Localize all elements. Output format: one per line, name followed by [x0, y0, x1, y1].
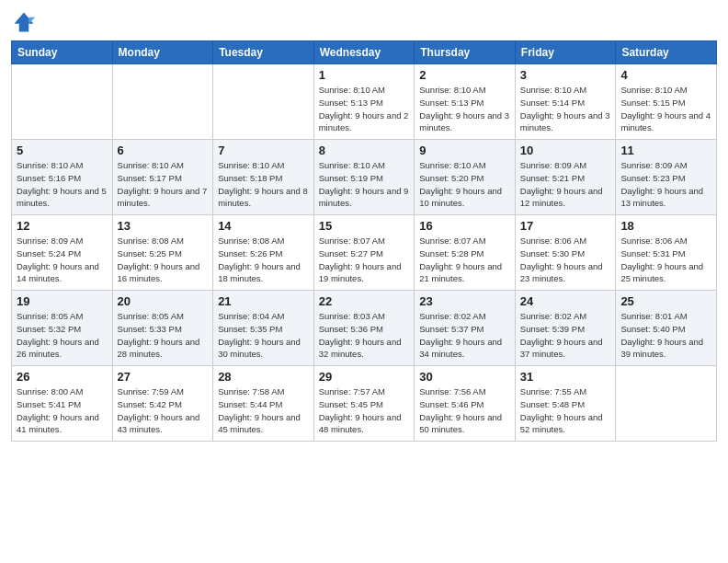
day-number: 9 — [419, 144, 510, 157]
calendar-day-cell: 17Sunrise: 8:06 AM Sunset: 5:30 PM Dayli… — [515, 215, 616, 291]
day-info: Sunrise: 8:07 AM Sunset: 5:28 PM Dayligh… — [419, 235, 510, 285]
calendar-day-cell: 15Sunrise: 8:07 AM Sunset: 5:27 PM Dayli… — [313, 215, 415, 291]
weekday-header: Saturday — [616, 41, 717, 64]
logo — [11, 9, 40, 35]
day-number: 27 — [118, 370, 209, 384]
calendar: SundayMondayTuesdayWednesdayThursdayFrid… — [11, 40, 717, 442]
calendar-day-cell: 6Sunrise: 8:10 AM Sunset: 5:17 PM Daylig… — [112, 140, 213, 215]
calendar-day-cell: 4Sunrise: 8:10 AM Sunset: 5:15 PM Daylig… — [616, 64, 717, 140]
day-number: 17 — [520, 219, 611, 233]
day-number: 14 — [218, 219, 309, 233]
calendar-day-cell — [12, 64, 113, 140]
day-number: 15 — [319, 219, 410, 233]
day-info: Sunrise: 8:02 AM Sunset: 5:39 PM Dayligh… — [520, 310, 611, 361]
day-info: Sunrise: 8:09 AM Sunset: 5:21 PM Dayligh… — [520, 159, 611, 210]
calendar-day-cell: 24Sunrise: 8:02 AM Sunset: 5:39 PM Dayli… — [515, 291, 616, 366]
weekday-header: Friday — [515, 41, 616, 64]
calendar-week-row: 1Sunrise: 8:10 AM Sunset: 5:13 PM Daylig… — [12, 64, 717, 140]
calendar-day-cell: 19Sunrise: 8:05 AM Sunset: 5:32 PM Dayli… — [12, 291, 113, 366]
main-container: SundayMondayTuesdayWednesdayThursdayFrid… — [0, 0, 728, 449]
day-info: Sunrise: 8:07 AM Sunset: 5:27 PM Dayligh… — [319, 235, 410, 285]
weekday-header: Thursday — [415, 41, 516, 64]
day-number: 25 — [620, 294, 711, 308]
calendar-day-cell: 31Sunrise: 7:55 AM Sunset: 5:48 PM Dayli… — [515, 366, 616, 442]
calendar-day-cell: 28Sunrise: 7:58 AM Sunset: 5:44 PM Dayli… — [213, 366, 314, 442]
day-info: Sunrise: 8:10 AM Sunset: 5:16 PM Dayligh… — [17, 159, 108, 210]
calendar-day-cell — [616, 366, 717, 442]
day-info: Sunrise: 8:06 AM Sunset: 5:30 PM Dayligh… — [520, 235, 611, 285]
calendar-day-cell: 23Sunrise: 8:02 AM Sunset: 5:37 PM Dayli… — [415, 291, 516, 366]
calendar-day-cell: 16Sunrise: 8:07 AM Sunset: 5:28 PM Dayli… — [415, 215, 516, 291]
calendar-day-cell: 10Sunrise: 8:09 AM Sunset: 5:21 PM Dayli… — [515, 140, 616, 215]
day-info: Sunrise: 8:03 AM Sunset: 5:36 PM Dayligh… — [319, 310, 410, 361]
day-info: Sunrise: 8:04 AM Sunset: 5:35 PM Dayligh… — [218, 310, 309, 361]
day-info: Sunrise: 8:08 AM Sunset: 5:25 PM Dayligh… — [118, 235, 209, 285]
day-info: Sunrise: 8:10 AM Sunset: 5:14 PM Dayligh… — [520, 84, 611, 134]
calendar-week-row: 5Sunrise: 8:10 AM Sunset: 5:16 PM Daylig… — [12, 140, 717, 215]
calendar-day-cell: 5Sunrise: 8:10 AM Sunset: 5:16 PM Daylig… — [12, 140, 113, 215]
day-info: Sunrise: 8:10 AM Sunset: 5:17 PM Dayligh… — [118, 159, 209, 210]
day-number: 7 — [218, 144, 309, 157]
calendar-day-cell: 11Sunrise: 8:09 AM Sunset: 5:23 PM Dayli… — [616, 140, 717, 215]
day-number: 10 — [520, 144, 611, 157]
logo-icon — [11, 9, 37, 35]
day-info: Sunrise: 7:55 AM Sunset: 5:48 PM Dayligh… — [520, 385, 611, 436]
day-info: Sunrise: 8:08 AM Sunset: 5:26 PM Dayligh… — [218, 235, 309, 285]
calendar-week-row: 26Sunrise: 8:00 AM Sunset: 5:41 PM Dayli… — [12, 366, 717, 442]
day-info: Sunrise: 8:10 AM Sunset: 5:13 PM Dayligh… — [419, 84, 510, 134]
calendar-day-cell: 25Sunrise: 8:01 AM Sunset: 5:40 PM Dayli… — [616, 291, 717, 366]
day-number: 13 — [118, 219, 209, 233]
day-info: Sunrise: 8:10 AM Sunset: 5:18 PM Dayligh… — [218, 159, 309, 210]
day-info: Sunrise: 7:59 AM Sunset: 5:42 PM Dayligh… — [118, 385, 209, 436]
day-info: Sunrise: 7:57 AM Sunset: 5:45 PM Dayligh… — [319, 385, 410, 436]
day-info: Sunrise: 8:05 AM Sunset: 5:33 PM Dayligh… — [118, 310, 209, 361]
calendar-day-cell: 3Sunrise: 8:10 AM Sunset: 5:14 PM Daylig… — [515, 64, 616, 140]
day-info: Sunrise: 8:10 AM Sunset: 5:20 PM Dayligh… — [419, 159, 510, 210]
day-info: Sunrise: 8:10 AM Sunset: 5:13 PM Dayligh… — [319, 84, 410, 134]
calendar-week-row: 19Sunrise: 8:05 AM Sunset: 5:32 PM Dayli… — [12, 291, 717, 366]
day-info: Sunrise: 7:56 AM Sunset: 5:46 PM Dayligh… — [419, 385, 510, 436]
calendar-day-cell — [213, 64, 314, 140]
calendar-day-cell: 8Sunrise: 8:10 AM Sunset: 5:19 PM Daylig… — [313, 140, 415, 215]
weekday-header: Wednesday — [313, 41, 415, 64]
calendar-day-cell: 30Sunrise: 7:56 AM Sunset: 5:46 PM Dayli… — [415, 366, 516, 442]
day-info: Sunrise: 8:00 AM Sunset: 5:41 PM Dayligh… — [17, 385, 108, 436]
day-number: 11 — [620, 144, 711, 157]
calendar-day-cell: 14Sunrise: 8:08 AM Sunset: 5:26 PM Dayli… — [213, 215, 314, 291]
day-number: 30 — [419, 370, 510, 384]
day-number: 29 — [319, 370, 410, 384]
day-number: 28 — [218, 370, 309, 384]
calendar-day-cell: 2Sunrise: 8:10 AM Sunset: 5:13 PM Daylig… — [415, 64, 516, 140]
calendar-day-cell — [112, 64, 213, 140]
calendar-day-cell: 9Sunrise: 8:10 AM Sunset: 5:20 PM Daylig… — [415, 140, 516, 215]
day-number: 3 — [520, 68, 611, 82]
calendar-day-cell: 13Sunrise: 8:08 AM Sunset: 5:25 PM Dayli… — [112, 215, 213, 291]
day-number: 18 — [620, 219, 711, 233]
day-info: Sunrise: 8:02 AM Sunset: 5:37 PM Dayligh… — [419, 310, 510, 361]
day-number: 4 — [620, 68, 711, 82]
calendar-week-row: 12Sunrise: 8:09 AM Sunset: 5:24 PM Dayli… — [12, 215, 717, 291]
day-info: Sunrise: 8:05 AM Sunset: 5:32 PM Dayligh… — [17, 310, 108, 361]
day-number: 1 — [319, 68, 410, 82]
calendar-day-cell: 29Sunrise: 7:57 AM Sunset: 5:45 PM Dayli… — [313, 366, 415, 442]
day-info: Sunrise: 8:10 AM Sunset: 5:19 PM Dayligh… — [319, 159, 410, 210]
weekday-header: Tuesday — [213, 41, 314, 64]
calendar-day-cell: 12Sunrise: 8:09 AM Sunset: 5:24 PM Dayli… — [12, 215, 113, 291]
header — [11, 9, 717, 35]
calendar-day-cell: 18Sunrise: 8:06 AM Sunset: 5:31 PM Dayli… — [616, 215, 717, 291]
day-number: 26 — [17, 370, 108, 384]
day-number: 12 — [17, 219, 108, 233]
weekday-header-row: SundayMondayTuesdayWednesdayThursdayFrid… — [12, 41, 717, 64]
day-info: Sunrise: 8:09 AM Sunset: 5:24 PM Dayligh… — [17, 235, 108, 285]
day-number: 8 — [319, 144, 410, 157]
day-number: 20 — [118, 294, 209, 308]
calendar-day-cell: 20Sunrise: 8:05 AM Sunset: 5:33 PM Dayli… — [112, 291, 213, 366]
day-number: 6 — [118, 144, 209, 157]
calendar-day-cell: 21Sunrise: 8:04 AM Sunset: 5:35 PM Dayli… — [213, 291, 314, 366]
weekday-header: Sunday — [12, 41, 113, 64]
day-number: 5 — [17, 144, 108, 157]
day-info: Sunrise: 8:06 AM Sunset: 5:31 PM Dayligh… — [620, 235, 711, 285]
calendar-day-cell: 7Sunrise: 8:10 AM Sunset: 5:18 PM Daylig… — [213, 140, 314, 215]
calendar-day-cell: 22Sunrise: 8:03 AM Sunset: 5:36 PM Dayli… — [313, 291, 415, 366]
day-number: 19 — [17, 294, 108, 308]
